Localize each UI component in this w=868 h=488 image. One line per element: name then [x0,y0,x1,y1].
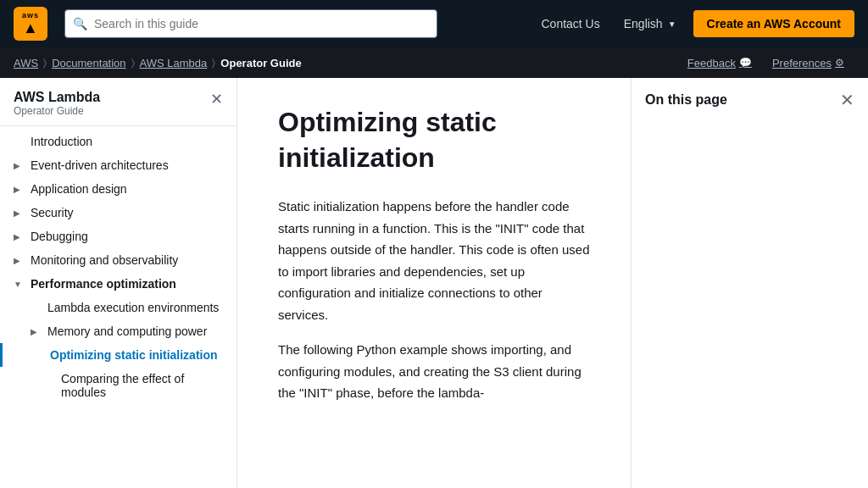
main-layout: AWS Lambda Operator Guide ✕ Introduction… [0,78,868,488]
sidebar-item-optimizing-static[interactable]: Optimizing static initialization [0,343,236,367]
chevron-right-icon: ▶ [14,161,24,170]
sidebar-item-memory[interactable]: ▶ Memory and computing power [0,319,236,343]
search-container: 🔍 [64,9,437,38]
chevron-right-icon: ▶ [14,208,24,218]
paragraph-2: The following Python example shows impor… [278,339,590,404]
breadcrumb-sep-2: 〉 [131,57,135,69]
breadcrumb-sep-3: 〉 [212,57,215,69]
breadcrumb-actions: Feedback 💬 Preferences ⚙ [677,57,854,69]
sidebar-header: AWS Lambda Operator Guide ✕ [0,78,236,126]
contact-us-link[interactable]: Contact Us [527,10,613,37]
create-account-button[interactable]: Create an AWS Account [693,10,854,37]
breadcrumb-aws[interactable]: AWS [14,57,38,69]
chevron-down-icon: ▼ [14,280,24,289]
sidebar-item-event-driven[interactable]: ▶ Event-driven architectures [0,153,236,177]
chevron-down-icon: ▼ [668,19,676,29]
breadcrumb-bar: AWS 〉 Documentation 〉 AWS Lambda 〉 Opera… [0,47,868,78]
sidebar-nav: Introduction ▶ Event-driven architecture… [0,130,236,404]
sidebar: AWS Lambda Operator Guide ✕ Introduction… [0,78,237,488]
feedback-icon: 💬 [739,57,752,69]
breadcrumb: AWS 〉 Documentation 〉 AWS Lambda 〉 Opera… [14,57,302,69]
right-panel-close-button[interactable]: ✕ [840,92,854,108]
top-nav: aws ▲ 🔍 Contact Us English ▼ Create an A… [0,0,868,47]
chevron-right-icon: ▶ [14,232,24,241]
paragraph-1: Static initialization happens before the… [278,196,590,325]
feedback-button[interactable]: Feedback 💬 [677,57,762,69]
search-input[interactable] [64,9,437,38]
right-panel-header: On this page ✕ [645,92,854,108]
nav-links: Contact Us English ▼ Create an AWS Accou… [527,10,854,37]
page-body: Static initialization happens before the… [278,196,590,404]
right-panel: On this page ✕ [631,78,868,488]
breadcrumb-sep-1: 〉 [43,57,47,69]
sidebar-item-performance[interactable]: ▼ Performance optimization [0,272,236,296]
sidebar-item-monitoring[interactable]: ▶ Monitoring and observability [0,248,236,272]
breadcrumb-documentation[interactable]: Documentation [52,57,125,69]
search-icon: 🔍 [73,17,87,30]
sidebar-title: AWS Lambda [14,90,100,105]
chevron-right-icon: ▶ [14,256,24,265]
sidebar-item-application-design[interactable]: ▶ Application design [0,177,236,201]
settings-icon: ⚙ [835,57,844,69]
sidebar-item-security[interactable]: ▶ Security [0,201,236,225]
chevron-right-icon: ▶ [31,327,41,336]
preferences-button[interactable]: Preferences ⚙ [762,57,854,69]
sidebar-subtitle: Operator Guide [14,105,100,117]
language-selector[interactable]: English ▼ [614,10,687,37]
breadcrumb-current: Operator Guide [220,57,301,69]
sidebar-item-introduction[interactable]: Introduction [0,130,236,153]
sidebar-item-lambda-execution[interactable]: Lambda execution environments [0,296,236,319]
aws-logo[interactable]: aws ▲ [14,7,47,41]
page-title: Optimizing static initialization [278,105,590,175]
chevron-right-icon: ▶ [14,185,24,194]
breadcrumb-lambda[interactable]: AWS Lambda [140,57,208,69]
sidebar-item-comparing-effect[interactable]: Comparing the effect of modules [0,367,236,404]
sidebar-close-button[interactable]: ✕ [210,92,223,107]
sidebar-item-debugging[interactable]: ▶ Debugging [0,225,236,248]
content-area: Optimizing static initialization Static … [237,78,631,488]
right-panel-title: On this page [645,92,727,108]
